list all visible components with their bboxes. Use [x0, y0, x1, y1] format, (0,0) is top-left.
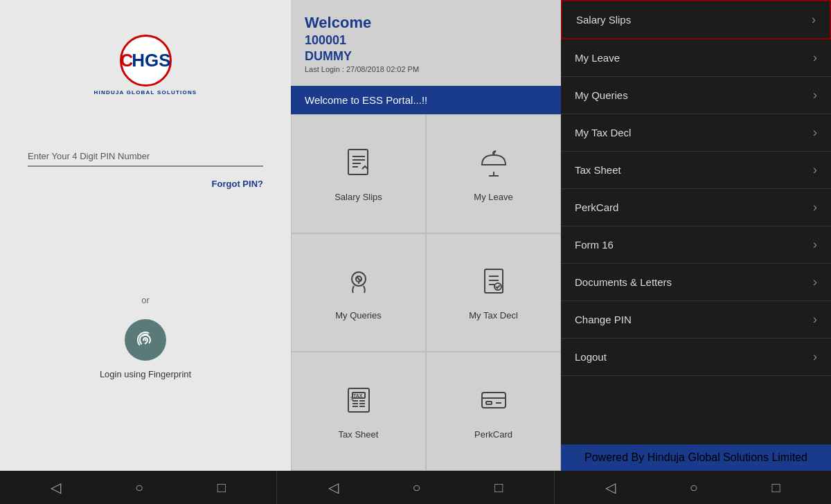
nav-item-documents-letters[interactable]: Documents & Letters› [561, 264, 831, 301]
nav-item-perkcard[interactable]: PerkCard› [561, 189, 831, 226]
nav-item-label-my-queries: My Queries [575, 89, 628, 101]
nav-item-label-salary-slips: Salary Slips [576, 14, 631, 26]
nav-footer: Powered By Hinduja Global Solutions Limi… [561, 444, 831, 471]
fingerprint-label: Login using Fingerprint [100, 369, 191, 379]
chevron-right-icon-logout: › [813, 350, 817, 364]
my-queries-label: My Queries [335, 310, 381, 321]
tax-sheet-icon: TAX $ [341, 383, 376, 424]
home-button-right[interactable]: ○ [690, 480, 698, 496]
my-tax-decl-label: My Tax Decl [469, 310, 518, 321]
nav-item-label-my-leave: My Leave [575, 52, 620, 64]
hgs-logo: C HGS HINDUJA GLOBAL SOLUTIONS [94, 35, 197, 96]
svg-rect-28 [486, 402, 492, 404]
chevron-right-icon-salary-slips: › [812, 12, 816, 27]
forgot-pin-link[interactable]: Forgot PIN? [28, 177, 263, 190]
forgot-pin-anchor[interactable]: Forgot PIN? [212, 179, 263, 189]
chevron-right-icon-change-pin: › [813, 312, 817, 327]
square-button-right[interactable]: □ [772, 480, 780, 496]
nav-item-my-leave[interactable]: My Leave› [561, 39, 831, 77]
salary-slips-icon [341, 145, 376, 186]
perkcard-icon [476, 383, 511, 424]
bottom-nav-middle: ◁ ○ □ [277, 471, 554, 504]
my-queries-icon [341, 264, 376, 305]
back-button-middle[interactable]: ◁ [328, 479, 339, 496]
square-button-left[interactable]: □ [217, 480, 226, 496]
nav-item-label-documents-letters: Documents & Letters [575, 276, 672, 288]
my-tax-decl-icon [476, 264, 511, 305]
fingerprint-button[interactable] [125, 319, 166, 361]
nav-item-form-16[interactable]: Form 16› [561, 226, 831, 264]
pin-input-underline [28, 165, 263, 167]
svg-rect-26 [482, 393, 506, 408]
chevron-right-icon-my-tax-decl: › [813, 125, 817, 140]
menu-item-tax-sheet[interactable]: TAX $ Tax Sheet [291, 352, 426, 471]
chevron-right-icon-documents-letters: › [813, 275, 817, 289]
nav-item-label-form-16: Form 16 [575, 239, 614, 251]
chevron-right-icon-tax-sheet: › [813, 163, 817, 177]
chevron-right-icon-perkcard: › [813, 200, 817, 215]
menu-item-my-tax-decl[interactable]: My Tax Decl [426, 233, 561, 352]
back-button-left[interactable]: ◁ [51, 479, 61, 496]
nav-item-change-pin[interactable]: Change PIN› [561, 301, 831, 339]
my-leave-icon [476, 145, 511, 186]
bottom-nav-left: ◁ ○ □ [0, 471, 277, 504]
nav-item-label-change-pin: Change PIN [575, 314, 632, 325]
svg-point-0 [145, 339, 147, 341]
tax-sheet-label: Tax Sheet [339, 429, 379, 440]
bottom-navigation-bar: ◁ ○ □ ◁ ○ □ ◁ ○ □ [0, 471, 831, 504]
menu-grid: Salary Slips My Leave [291, 114, 561, 471]
back-button-right[interactable]: ◁ [605, 479, 616, 496]
last-login: Last Login : 27/08/2018 02:02 PM [305, 65, 547, 73]
chevron-right-icon-my-leave: › [813, 51, 817, 65]
nav-item-my-queries[interactable]: My Queries› [561, 77, 831, 114]
welcome-section: Welcome 100001 DUMMY Last Login : 27/08/… [291, 0, 561, 80]
menu-item-salary-slips[interactable]: Salary Slips [291, 114, 426, 233]
pin-label: Enter Your 4 Digit PIN Number [28, 151, 263, 161]
nav-item-my-tax-decl[interactable]: My Tax Decl› [561, 114, 831, 152]
menu-item-perkcard[interactable]: PerkCard [426, 352, 561, 471]
nav-item-label-tax-sheet: Tax Sheet [575, 164, 621, 176]
square-button-middle[interactable]: □ [494, 480, 503, 496]
fingerprint-section: or Login using Fingerprint [100, 260, 191, 379]
nav-item-tax-sheet[interactable]: Tax Sheet› [561, 152, 831, 189]
nav-item-label-perkcard: PerkCard [575, 201, 618, 213]
svg-text:TAX: TAX [353, 393, 363, 398]
nav-item-label-my-tax-decl: My Tax Decl [575, 127, 631, 138]
dashboard-panel: Welcome 100001 DUMMY Last Login : 27/08/… [291, 0, 561, 471]
nav-item-logout[interactable]: Logout› [561, 339, 831, 376]
nav-item-label-logout: Logout [575, 351, 607, 363]
bottom-nav-right: ◁ ○ □ [555, 471, 831, 504]
svg-text:$: $ [350, 395, 354, 402]
navigation-panel: Salary Slips›My Leave›My Queries›My Tax … [561, 0, 831, 471]
logo-tagline: HINDUJA GLOBAL SOLUTIONS [94, 89, 197, 96]
my-leave-label: My Leave [474, 192, 512, 202]
chevron-right-icon-form-16: › [813, 237, 817, 252]
nav-item-salary-slips[interactable]: Salary Slips› [561, 0, 831, 39]
menu-item-my-queries[interactable]: My Queries [291, 233, 426, 352]
perkcard-label: PerkCard [474, 429, 512, 440]
welcome-banner: Welcome to ESS Portal...!! [291, 86, 561, 114]
employee-id: 100001 [305, 33, 547, 48]
nav-footer-text: Powered By Hinduja Global Solutions Limi… [584, 451, 807, 463]
chevron-right-icon-my-queries: › [813, 88, 817, 102]
nav-list: Salary Slips›My Leave›My Queries›My Tax … [561, 0, 831, 376]
welcome-greeting: Welcome [305, 14, 547, 32]
employee-name: DUMMY [305, 49, 547, 64]
login-panel: C HGS HINDUJA GLOBAL SOLUTIONS Enter You… [0, 0, 291, 471]
menu-item-my-leave[interactable]: My Leave [426, 114, 561, 233]
salary-slips-label: Salary Slips [334, 192, 382, 202]
svg-rect-1 [348, 150, 368, 174]
fingerprint-icon [134, 329, 157, 351]
or-text: or [141, 295, 150, 305]
home-button-middle[interactable]: ○ [412, 480, 420, 496]
home-button-left[interactable]: ○ [135, 480, 143, 496]
pin-section: Enter Your 4 Digit PIN Number Forgot PIN… [28, 151, 263, 190]
